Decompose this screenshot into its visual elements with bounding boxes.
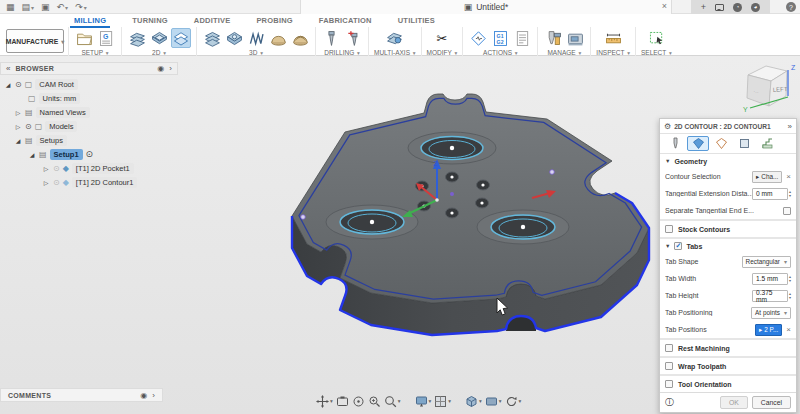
linking-tab-icon[interactable] (756, 136, 778, 151)
expand-open-icon[interactable]: ◢ (4, 81, 12, 88)
info-icon[interactable]: ⓘ (665, 396, 674, 409)
tree-item-cam-root[interactable]: ◢ ⊙ ▢ CAM Root (2, 77, 178, 91)
stock-contours-checkbox[interactable] (665, 225, 673, 233)
2d-adaptive-icon[interactable] (127, 28, 147, 48)
group-label-actions[interactable]: ACTIONS ▾ (483, 49, 517, 56)
tabs-section-header[interactable]: ▼ ✓ Tabs (660, 237, 796, 253)
pan-icon[interactable]: ▾ (316, 395, 333, 408)
refresh-icon[interactable]: ▾ (505, 395, 522, 408)
job-status-icon[interactable]: ◔ (733, 3, 742, 12)
group-label-multiaxis[interactable]: MULTI-AXIS ▾ (374, 49, 416, 56)
spinner-control[interactable]: ▴▾ (789, 292, 791, 300)
display-settings-icon[interactable]: ▾ (415, 395, 432, 408)
tab-position-point-right[interactable] (550, 170, 555, 175)
geometry-section-header[interactable]: ▼ Geometry (660, 154, 796, 168)
spinner-control[interactable]: ▴▾ (789, 275, 791, 283)
cancel-button[interactable]: Cancel (752, 396, 791, 409)
comments-expand-icon[interactable]: › (152, 391, 155, 400)
undo-icon[interactable]: ↶▾ (57, 2, 69, 12)
machine-library-icon[interactable] (565, 28, 585, 48)
visibility-eye-icon[interactable]: ⊙ (15, 80, 22, 89)
tab-shape-select[interactable]: Rectangular ▾ (742, 256, 791, 268)
comments-options-icon[interactable]: ◉ (140, 391, 147, 400)
expand-closed-icon[interactable]: ▷ (42, 179, 50, 186)
stock-contours-section[interactable]: Stock Contours (660, 219, 796, 237)
app-grid-icon[interactable]: ▦ (6, 2, 15, 12)
tab-positioning-select[interactable]: At points ▾ (751, 307, 791, 319)
rest-machining-checkbox[interactable] (665, 344, 673, 352)
tab-position-point-left[interactable] (301, 215, 306, 220)
spinner-control[interactable]: ▴▾ (789, 190, 791, 198)
browser-expand-icon[interactable]: › (169, 64, 172, 73)
tree-item-label[interactable]: Units: mm (39, 93, 81, 104)
new-tab-icon[interactable]: + (701, 2, 706, 12)
3d-adaptive-icon[interactable] (202, 28, 222, 48)
tab-positions-button[interactable]: ▸ 2 P... (755, 324, 782, 336)
setup-sheet-icon[interactable] (512, 28, 532, 48)
redo-icon[interactable]: ↷▾ (75, 2, 87, 12)
generate-gcode-icon[interactable]: G (96, 28, 116, 48)
drill-pattern-icon[interactable] (343, 28, 363, 48)
tree-item-label[interactable]: Named Views (36, 107, 90, 118)
tree-item-label-selected[interactable]: Setup1 (50, 149, 83, 160)
new-setup-icon[interactable] (74, 28, 94, 48)
tree-item-2d-pocket1[interactable]: ▷ ⊙ ◆ [T1] 2D Pocket1 (2, 161, 178, 175)
tree-item-setup1[interactable]: ◢ ▤ Setup1 ⊙ (2, 147, 178, 161)
tab-turning[interactable]: TURNING (130, 15, 170, 27)
active-setup-icon[interactable]: ⊙ (86, 149, 94, 159)
g1g2-post-icon[interactable]: G1G2 (490, 28, 510, 48)
geometry-tab-icon[interactable] (687, 136, 709, 151)
center-point[interactable] (450, 192, 454, 196)
passes-tab-icon[interactable] (733, 136, 755, 151)
tree-item-label[interactable]: [T1] 2D Pocket1 (72, 163, 134, 174)
viewports-icon[interactable]: ▾ (465, 395, 482, 408)
browser-options-icon[interactable]: ◉ (157, 64, 164, 73)
workspace-selector[interactable]: MANUFACTURE▾ (6, 29, 64, 53)
browser-header[interactable]: « BROWSER ◉ › (0, 62, 178, 75)
view-cube[interactable]: LEFT ··· Z Y (742, 58, 798, 116)
tool-tab-icon[interactable] (664, 136, 686, 151)
group-label-drilling[interactable]: DRILLING ▾ (324, 49, 360, 56)
tab-width-input[interactable]: 1.5 mm (752, 273, 788, 285)
comments-bar[interactable]: COMMENTS ◉ › (0, 388, 163, 402)
tab-probing[interactable]: PROBING (254, 15, 294, 27)
close-document-icon[interactable]: × (662, 1, 667, 11)
help-icon[interactable]: ? (786, 2, 796, 12)
file-menu-icon[interactable]: ▤▾ (22, 2, 35, 12)
post-process-icon[interactable] (468, 28, 488, 48)
boss-right[interactable] (477, 210, 569, 244)
tree-item-2d-contour1[interactable]: ▷ ⊙ ◆ [T1] 2D Contour1 (2, 175, 178, 189)
visibility-eye-icon[interactable]: ⊙ (53, 178, 60, 187)
dialog-expand-icon[interactable]: » (788, 122, 792, 131)
grid-snaps-icon[interactable]: ▾ (434, 395, 451, 408)
expand-open-icon[interactable]: ◢ (28, 151, 36, 158)
tree-item-label[interactable]: CAM Root (35, 79, 78, 90)
multi-axis-icon[interactable] (385, 28, 405, 48)
tab-utilities[interactable]: UTILITIES (396, 15, 437, 27)
2d-pocket-icon[interactable] (149, 28, 169, 48)
group-label-manage[interactable]: MANAGE ▾ (547, 49, 581, 56)
model-top-face[interactable] (292, 94, 649, 303)
3d-parallel-icon[interactable] (246, 28, 266, 48)
tree-item-label[interactable]: Models (45, 121, 77, 132)
zoom-icon[interactable]: ▾ (384, 395, 401, 408)
tree-item-named-views[interactable]: ▷ ▤ Named Views (2, 105, 178, 119)
separate-tangential-checkbox[interactable] (783, 207, 791, 215)
tree-item-label[interactable]: [T1] 2D Contour1 (72, 177, 138, 188)
group-label-inspect[interactable]: INSPECT ▾ (596, 49, 630, 56)
trim-scissors-icon[interactable]: ✂ (432, 28, 452, 48)
tab-milling[interactable]: MILLING (72, 15, 108, 27)
tree-item-models[interactable]: ▷ ⊙ ▢ Models (2, 119, 178, 133)
expand-closed-icon[interactable]: ▷ (14, 109, 22, 116)
tool-library-icon[interactable] (543, 28, 563, 48)
wrap-toolpath-checkbox[interactable] (665, 362, 673, 370)
rest-machining-section[interactable]: Rest Machining (660, 338, 796, 356)
boss-left[interactable] (326, 205, 418, 239)
2d-contour-icon[interactable] (171, 28, 191, 48)
tab-additive[interactable]: ADDITIVE (192, 15, 233, 27)
group-label-setup[interactable]: SETUP ▾ (81, 49, 108, 56)
document-tab[interactable]: ▣ Untitled* × (300, 0, 672, 14)
measure-icon[interactable] (603, 28, 623, 48)
contour-selection-button[interactable]: ▸ Cha... (752, 171, 782, 183)
notifications-icon[interactable]: ◕ (751, 3, 760, 12)
